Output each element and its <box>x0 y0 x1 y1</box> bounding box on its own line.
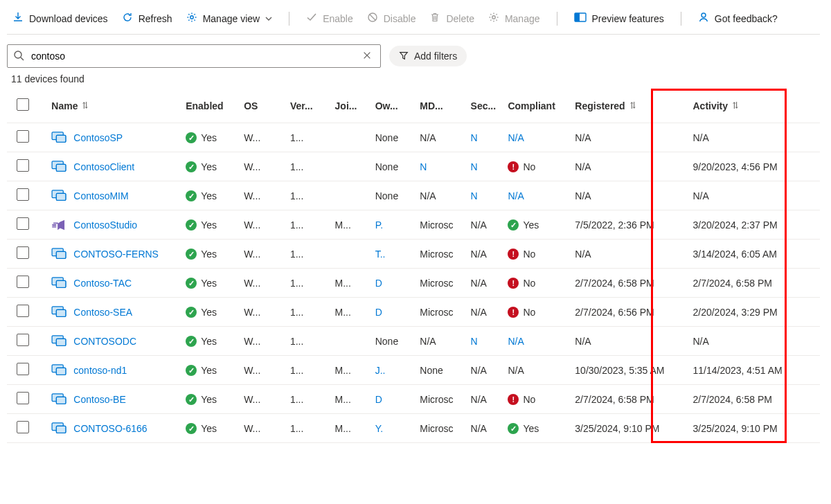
cell-registered: 7/5/2022, 2:36 PM <box>572 210 690 240</box>
row-checkbox-cell[interactable] <box>7 356 48 385</box>
mdm-link[interactable]: N <box>420 161 427 172</box>
cell-compliant: N/A <box>505 327 572 356</box>
col-activity[interactable]: Activity <box>690 89 820 123</box>
clear-search-button[interactable] <box>359 48 375 65</box>
row-checkbox-cell[interactable] <box>7 269 48 298</box>
checkbox-icon <box>17 334 29 346</box>
device-name-link[interactable]: ContosoClient <box>73 161 134 172</box>
col-select-all[interactable] <box>7 89 48 123</box>
col-os[interactable]: OS <box>241 89 287 123</box>
search-box[interactable] <box>7 44 381 68</box>
device-name-link[interactable]: Contoso-BE <box>73 394 125 405</box>
col-mdm[interactable]: MD... <box>417 89 467 123</box>
table-row[interactable]: ContosoClient✓YesW...1...NoneNN!NoN/A9/2… <box>7 152 820 181</box>
cell-os: W... <box>241 240 287 269</box>
device-name-link[interactable]: ContosoStudio <box>73 219 137 231</box>
table-row[interactable]: contoso-nd1✓YesW...1...M...J..NoneN/AN/A… <box>7 356 820 385</box>
feedback-button[interactable]: Got feedback? <box>692 8 783 29</box>
col-join[interactable]: Joi... <box>332 89 373 123</box>
cell-security: N/A <box>468 356 506 385</box>
person-question-icon <box>698 12 709 25</box>
security-link[interactable]: N <box>471 190 478 201</box>
row-checkbox-cell[interactable] <box>7 152 48 181</box>
mdm-value: Microsc <box>420 278 453 289</box>
row-checkbox-cell[interactable] <box>7 298 48 327</box>
search-input[interactable] <box>30 50 354 62</box>
device-name-link[interactable]: ContosoMIM <box>73 190 128 201</box>
cell-owner: None <box>373 152 418 181</box>
ver-value: 1... <box>290 190 303 201</box>
os-value: W... <box>244 336 260 347</box>
compliant-value: Yes <box>523 219 539 231</box>
device-name-link[interactable]: Contoso-TAC <box>73 278 132 289</box>
row-checkbox-cell[interactable] <box>7 210 48 240</box>
table-row[interactable]: Contoso-TAC✓YesW...1...M...DMicroscN/A!N… <box>7 269 820 298</box>
device-name-link[interactable]: Contoso-SEA <box>73 307 132 318</box>
owner-link[interactable]: D <box>375 278 382 289</box>
os-value: W... <box>244 423 260 434</box>
owner-link[interactable]: T.. <box>375 249 386 260</box>
activity-value: 2/20/2024, 3:29 PM <box>692 307 777 318</box>
col-enabled[interactable]: Enabled <box>183 89 241 123</box>
table-row[interactable]: ContosoSP✓YesW...1...NoneN/ANN/AN/AN/A <box>7 123 820 152</box>
row-checkbox-cell[interactable] <box>7 240 48 269</box>
col-version[interactable]: Ver... <box>287 89 332 123</box>
col-name[interactable]: Name <box>48 89 183 123</box>
row-checkbox-cell[interactable] <box>7 181 48 210</box>
col-owner[interactable]: Ow... <box>373 89 418 123</box>
preview-features-button[interactable]: Preview features <box>569 8 670 29</box>
table-row[interactable]: Contoso-BE✓YesW...1...M...DMicroscN/A!No… <box>7 385 820 414</box>
owner-link[interactable]: D <box>375 394 382 405</box>
row-checkbox-cell[interactable] <box>7 327 48 356</box>
device-icon <box>51 132 66 144</box>
cell-enabled: ✓Yes <box>183 327 241 356</box>
row-checkbox-cell[interactable] <box>7 123 48 152</box>
cell-compliant: !No <box>505 298 572 327</box>
checkbox-icon <box>17 217 29 230</box>
device-name-link[interactable]: contoso-nd1 <box>73 365 127 376</box>
row-checkbox-cell[interactable] <box>7 385 48 414</box>
download-devices-button[interactable]: Download devices <box>7 8 114 29</box>
device-name-link[interactable]: CONTOSODC <box>73 336 136 347</box>
row-checkbox-cell[interactable] <box>7 414 48 443</box>
security-link[interactable]: N <box>471 132 478 143</box>
table-row[interactable]: ContosoStudio✓YesW...1...M...P.MicroscN/… <box>7 210 820 240</box>
trash-icon <box>429 12 440 25</box>
compliant-link[interactable]: N/A <box>508 336 524 347</box>
table-row[interactable]: ContosoMIM✓YesW...1...NoneN/ANN/AN/AN/A <box>7 181 820 210</box>
table-row[interactable]: CONTOSO-6166✓YesW...1...M...Y.MicroscN/A… <box>7 414 820 443</box>
add-filters-button[interactable]: Add filters <box>389 46 467 66</box>
security-link[interactable]: N <box>471 336 478 347</box>
col-compliant[interactable]: Compliant <box>505 89 572 123</box>
cell-registered: N/A <box>572 327 690 356</box>
refresh-icon <box>122 12 133 25</box>
owner-link[interactable]: P. <box>375 219 383 231</box>
compliant-value: Yes <box>523 423 539 434</box>
compliant-link[interactable]: N/A <box>508 132 524 143</box>
status-ok-icon: ✓ <box>186 132 197 143</box>
owner-link[interactable]: D <box>375 307 382 318</box>
device-name-link[interactable]: CONTOSO-6166 <box>73 423 147 434</box>
security-link[interactable]: N <box>471 161 478 172</box>
device-name-link[interactable]: ContosoSP <box>73 132 123 143</box>
activity-value: N/A <box>692 190 708 201</box>
gear-icon <box>488 12 499 25</box>
cell-activity: 3/14/2024, 6:05 AM <box>690 240 820 269</box>
owner-link[interactable]: Y. <box>375 423 383 434</box>
checkbox-icon <box>17 276 29 288</box>
col-registered[interactable]: Registered <box>572 89 690 123</box>
refresh-button[interactable]: Refresh <box>116 8 178 29</box>
device-name-link[interactable]: CONTOSO-FERNS <box>73 249 159 260</box>
compliant-link[interactable]: N/A <box>508 190 524 201</box>
col-security[interactable]: Sec... <box>468 89 506 123</box>
separator <box>681 12 681 26</box>
manage-view-button[interactable]: Manage view <box>181 8 278 29</box>
table-row[interactable]: CONTOSO-FERNS✓YesW...1...T..MicroscN/A!N… <box>7 240 820 269</box>
security-value: N/A <box>471 219 487 231</box>
owner-link[interactable]: J.. <box>375 365 386 376</box>
cell-os: W... <box>241 152 287 181</box>
cell-owner: None <box>373 327 418 356</box>
status-error-icon: ! <box>508 161 519 172</box>
table-row[interactable]: CONTOSODC✓YesW...1...NoneN/ANN/AN/AN/A <box>7 327 820 356</box>
table-row[interactable]: Contoso-SEA✓YesW...1...M...DMicroscN/A!N… <box>7 298 820 327</box>
